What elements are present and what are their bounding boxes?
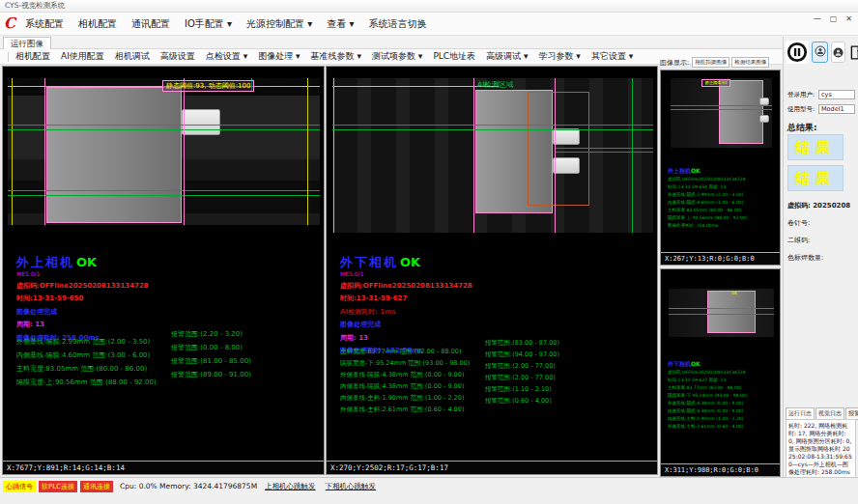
tab-run-image[interactable]: 运行图像 [3, 37, 51, 49]
tool-spot-check[interactable]: 点检设置 ▾ [206, 50, 247, 63]
tool-other-settings[interactable]: 其它设置 ▾ [591, 50, 633, 63]
thumb-line: 虚拟码:OFFline20250208133134728 [668, 176, 747, 183]
model-label: 使用型号: [787, 105, 815, 114]
tool-camera-debug[interactable]: 相机调试 [115, 50, 150, 63]
thumbnail-text-2: 外下相机OK 虚拟码:OFFline20250208133134728 时间:1… [668, 360, 747, 431]
tool-ai-config[interactable]: AI使用配置 [61, 50, 104, 63]
qr-label: 二维码: [787, 236, 810, 245]
measurement-list-lower: 主料宽度:83.77mm 范围:(82.00 - 88.00)报警范围:(83.… [340, 339, 653, 408]
menu-camera-config[interactable]: 相机配置 [78, 17, 117, 31]
menu-view[interactable]: 查看 ▾ [327, 17, 354, 31]
ok-status: OK [400, 255, 420, 269]
overlay-pink-vline [473, 78, 474, 233]
overlay-green-hline [669, 314, 774, 315]
ai-time-line: AI检测耗时: 1ms [340, 307, 472, 317]
camera-title: 外上相机OK [668, 167, 747, 176]
camera-view-lower[interactable]: AI检测区域 外下相机OK MES:0/1 虚拟码:OFFline2025020… [326, 66, 658, 475]
needle-label: 卷针号: [787, 218, 810, 228]
tool-plc-address[interactable]: PLC地址表 [433, 50, 475, 63]
measurement-row: 隔膜宽度-上:90.56mm 范围:(88.00 - 92.00)报警范围:(8… [16, 370, 320, 383]
pause-button[interactable] [786, 41, 809, 64]
thumb-line: 外侧基线-主料:2.61mm (0.60 - 4.00) [668, 423, 747, 431]
overlay-green-hline [671, 109, 772, 110]
minimize-icon[interactable]: — [814, 14, 821, 23]
close-icon[interactable]: ✕ [845, 14, 852, 23]
tool-advanced-settings[interactable]: 高级设置 [160, 50, 195, 63]
thumbnail-display-label: 图像显示: [660, 58, 689, 68]
overlay-green-hline [332, 125, 653, 126]
thumb-line: 时间:13-31-59-627 周期: 13 [668, 377, 747, 384]
menu-language-switch[interactable]: 系统语言切换 [368, 17, 426, 31]
model-field[interactable]: Model1 [818, 104, 855, 114]
tool-learning-params[interactable]: 学习参数 ▾ [539, 50, 581, 63]
menu-io-config[interactable]: IO手配置 ▾ [185, 17, 232, 31]
overlay-green-hline [555, 148, 653, 149]
thumb-line: 外侧基线-隔膜:4.38mm (0.00 - 9.00) [668, 400, 747, 407]
menu-bar: C 系统配置 相机配置 通讯配置 IO手配置 ▾ 光源控制配置 ▾ 查看 ▾ 系… [0, 13, 858, 36]
thumb-line: 图像处理耗时: 258.00ms [668, 222, 747, 230]
upper-camera-trigger-link[interactable]: 上相机心跳触发 [265, 482, 316, 491]
thumbnail-image-1[interactable]: 静态阈值:93 [671, 78, 772, 148]
measurement-row: 内侧基线-主料:1.90mm 范围:(1.00 - 2.20)报警范围:(1.1… [340, 385, 653, 397]
login-user-button[interactable] [812, 42, 828, 63]
thumbnail-image-2[interactable]: OK [669, 289, 774, 337]
login-user-field[interactable]: cys [818, 90, 855, 99]
tab-detect-result[interactable]: 检测结果图像 [731, 57, 769, 68]
thumb-line: 内侧基线-隔膜:4.38mm (0.00 - 9.00) [668, 407, 747, 415]
login-user-label: 登录用户: [787, 91, 815, 99]
logout-door-icon [849, 45, 858, 60]
weld-count-label: 色标焊数量: [787, 253, 823, 263]
overlay-pink-vline [44, 78, 45, 225]
heartbeat-badge: 心跳信号 [3, 481, 36, 492]
menu-light-config[interactable]: 光源控制配置 ▾ [246, 17, 312, 31]
cpu-memory-text: Cpu: 0.0% Memory: 3424.41796875M [120, 482, 257, 490]
tab-camera-capture[interactable]: 相机拍摄图像 [692, 57, 729, 68]
window-title: CYS-视觉检测系统 [5, 1, 65, 10]
camera-view-upper[interactable]: 静态阈值:93, 动态阈值:100 外上相机OK MES:0/1 虚拟码:OFF… [2, 66, 325, 475]
tool-advanced-debug[interactable]: 高级调试 ▾ [486, 50, 528, 63]
measurement-row: 外侧基线-隔膜:4.38mm 范围:(0.00 - 9.00)报警范围:(2.0… [340, 362, 653, 374]
control-panel: 登录用户: cys 使用型号: Model1 总结果: 结果 结果 虚拟码: 2… [783, 37, 858, 492]
overlay-yellow-vline [333, 78, 334, 233]
overlay-green-hline [8, 190, 320, 191]
result-box-upper: 结果 [787, 134, 844, 160]
comm-connect-badge: 通讯连接 [80, 481, 113, 492]
overlay-product-region [719, 80, 763, 144]
thumb-line: 内侧基线-主料:1.90mm (1.00 - 2.20) [668, 415, 747, 423]
app-logo-icon: C [4, 15, 18, 32]
thumbnail-view-2[interactable]: OK 外下相机OK 虚拟码:OFFline20250208133134728 时… [660, 268, 781, 477]
maximize-icon[interactable]: ▢ [830, 14, 838, 23]
thumb-line: 虚拟码:OFFline20250208133134728 [668, 369, 747, 377]
switch-user-button[interactable] [831, 42, 845, 63]
tool-camera-config[interactable]: 相机配置 [15, 50, 50, 63]
overlay-green-vline [632, 78, 633, 233]
overlay-pink-vline [184, 78, 185, 225]
overlay-green-hline [8, 129, 320, 130]
measurement-row: 外侧基线-隔膜:2.99mm 范围:(2.00 - 3.50)报警范围:(2.2… [16, 329, 320, 343]
lower-camera-trigger-link[interactable]: 下相机心跳触发 [326, 482, 377, 491]
overlay-product-region [707, 291, 756, 333]
barcode-line: 虚拟码:OFFline20250208133134728 [16, 281, 149, 291]
app-window: CYS-视觉检测系统 C 系统配置 相机配置 通讯配置 IO手配置 ▾ 光源控制… [0, 0, 858, 504]
thumbnail-view-1[interactable]: 静态阈值:93 外上相机OK 虚拟码:OFFline20250208133134… [660, 70, 781, 266]
menu-comm-config[interactable]: 通讯配置 [131, 17, 170, 31]
thumb-line: 主料宽度:83.05mm (80.00 - 86.00) [668, 207, 747, 214]
exit-button[interactable] [848, 42, 858, 63]
menu-system-config[interactable]: 系统配置 [25, 17, 64, 31]
user-dark-icon [833, 47, 844, 58]
cursor-status-thumb2: X:311;Y:980;R:0;G:0;B:0 [661, 463, 780, 476]
tool-test-params[interactable]: 测试项参数 ▾ [372, 50, 422, 63]
camera-title: 外上相机OK [16, 254, 149, 271]
time-line: 时间:13-31-59-627 [340, 294, 472, 303]
overlay-green-hline [8, 195, 320, 196]
camera-image-upper[interactable]: 静态阈值:93, 动态阈值:100 [8, 78, 320, 225]
overlay-yellow-vline [307, 78, 308, 225]
tool-image-processing[interactable]: 图像处理 ▾ [258, 50, 300, 63]
thumbnail-text-1: 外上相机OK 虚拟码:OFFline20250208133134728 时间:1… [668, 167, 747, 230]
done-line: 图像处理完成 [340, 320, 472, 329]
cycle-line: 周期: 13 [16, 320, 149, 329]
overlay-yellow-vline [12, 78, 13, 225]
tool-baseline-params[interactable]: 基准线参数 ▾ [311, 50, 361, 63]
overlay-ai-rect [528, 92, 589, 206]
camera-image-lower[interactable]: AI检测区域 [332, 78, 653, 233]
